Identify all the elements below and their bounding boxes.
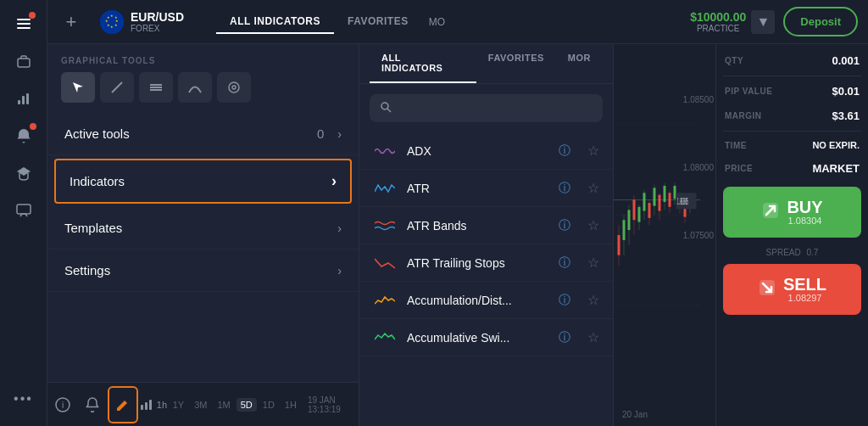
spiral-tool[interactable]: [217, 72, 251, 103]
svg-text:★: ★: [110, 14, 114, 18]
tf-1h[interactable]: 1H: [281, 398, 301, 412]
arc-tool[interactable]: [178, 72, 212, 103]
sell-button[interactable]: SELL 1.08297: [723, 264, 861, 315]
search-bar[interactable]: [370, 94, 603, 122]
tab-more[interactable]: MO: [422, 11, 452, 33]
atr-trailing-star[interactable]: ☆: [587, 255, 599, 271]
svg-rect-28: [149, 400, 152, 410]
atr-info[interactable]: ⓘ: [559, 181, 570, 196]
search-input[interactable]: [398, 102, 593, 115]
lines-tool[interactable]: [139, 72, 173, 103]
menu-item-settings[interactable]: Settings ›: [47, 249, 359, 292]
svg-text:★: ★: [105, 19, 108, 23]
svg-rect-39: [628, 210, 631, 230]
chart-bar-icon[interactable]: [7, 81, 41, 115]
balance-area: $10000.00 PRACTICE ▼: [690, 10, 775, 34]
chart-period[interactable]: 1h: [138, 386, 168, 423]
pip-value: $0.01: [832, 85, 860, 98]
tab-all-indicators[interactable]: ALL INDICATORS: [216, 10, 334, 34]
tf-1m[interactable]: 1M: [213, 398, 234, 412]
adx-name: ADX: [407, 144, 548, 158]
time-value[interactable]: NO EXPIR.: [812, 140, 860, 150]
spread-row: SPREAD 0.7: [723, 246, 861, 259]
balance-dropdown[interactable]: ▼: [751, 10, 775, 34]
sell-price: 1.08297: [788, 293, 822, 303]
indicator-atr-bands[interactable]: ATR Bands ⓘ ☆: [359, 207, 613, 244]
order-panel: QTY 0.001 PIP VALUE $0.01 MARGIN $3.61 T…: [715, 44, 868, 426]
price-value[interactable]: MARKET: [812, 162, 860, 175]
acc-dist-star[interactable]: ☆: [587, 292, 599, 308]
bell-icon[interactable]: [7, 119, 41, 153]
atr-star[interactable]: ☆: [587, 180, 599, 196]
tf-1y[interactable]: 1Y: [169, 398, 188, 412]
indicators-label: Indicators: [70, 174, 125, 188]
line-tool[interactable]: [100, 72, 134, 103]
acc-dist-name: Accumulation/Dist...: [407, 294, 548, 307]
acc-swi-info[interactable]: ⓘ: [559, 330, 570, 345]
indicator-adx[interactable]: ADX ⓘ ☆: [359, 132, 613, 170]
chat-icon[interactable]: [7, 193, 41, 227]
indicator-atr-trailing[interactable]: ATR Trailing Stops ⓘ ☆: [359, 244, 613, 282]
add-button[interactable]: +: [58, 8, 85, 36]
adx-info[interactable]: ⓘ: [559, 143, 570, 159]
time-label: TIME: [725, 141, 747, 150]
indicator-acc-swi[interactable]: Accumulative Swi... ⓘ ☆: [359, 319, 613, 356]
price-label: PRICE: [725, 164, 753, 173]
arrow-tool[interactable]: [61, 72, 95, 103]
qty-value[interactable]: 0.001: [832, 54, 860, 67]
svg-rect-4: [18, 100, 20, 104]
margin-value: $3.61: [832, 109, 860, 122]
indicator-list: ADX ⓘ ☆ ATR ⓘ ☆: [359, 132, 613, 426]
datetime-label: 19 JAN 13:13:19: [301, 395, 359, 414]
tf-3m[interactable]: 3M: [190, 398, 211, 412]
svg-rect-37: [623, 220, 626, 240]
active-tools-arrow: ›: [337, 127, 342, 141]
bell-bottom-icon[interactable]: [77, 386, 107, 423]
asset-selector[interactable]: ★ ★ ★ ★ ★ ★ ★ ★ EUR/USD FOREX: [93, 7, 191, 37]
info-bottom-icon[interactable]: i: [47, 386, 77, 423]
more-dots-icon[interactable]: •••: [7, 382, 41, 416]
margin-label: MARGIN: [725, 111, 762, 121]
svg-line-18: [112, 82, 122, 92]
menu-item-left: Settings: [64, 263, 110, 277]
price-label-low: 1.07500: [683, 231, 714, 240]
tab-favorites[interactable]: FAVORITES: [334, 10, 422, 34]
menu-icon[interactable]: [7, 7, 41, 41]
topbar: + ★ ★ ★ ★ ★ ★ ★ ★ E: [47, 0, 868, 44]
buy-button[interactable]: BUY 1.08304: [723, 187, 861, 238]
tools-active-bottom-icon[interactable]: [108, 386, 138, 423]
ind-tab-favorites[interactable]: FAVORITES: [476, 44, 556, 83]
timeframe-bar: 1Y 3M 1M 5D 1D 1H: [169, 398, 301, 412]
content-row: GRAPHICAL TOOLS: [47, 44, 868, 426]
price-label-high: 1.08500: [683, 95, 714, 104]
svg-text:i: i: [62, 401, 64, 410]
menu-item-active-tools[interactable]: Active tools 0 ›: [47, 113, 359, 155]
indicator-tabs: ALL INDICATORS FAVORITES MO: [199, 10, 682, 34]
deposit-button[interactable]: Deposit: [783, 7, 858, 36]
menu-item-indicators[interactable]: Indicators ›: [54, 159, 352, 204]
acc-swi-star[interactable]: ☆: [587, 329, 599, 345]
atr-trailing-info[interactable]: ⓘ: [559, 255, 570, 271]
ind-tab-all[interactable]: ALL INDICATORS: [370, 44, 476, 83]
adx-star[interactable]: ☆: [587, 143, 599, 159]
sell-text: SELL 1.08297: [783, 276, 826, 303]
asset-type: FOREX: [131, 24, 184, 33]
atr-bands-info[interactable]: ⓘ: [559, 218, 570, 233]
atr-bands-star[interactable]: ☆: [587, 217, 599, 233]
sell-label: SELL: [783, 276, 826, 293]
acc-dist-icon: [373, 294, 397, 307]
graduation-icon[interactable]: [7, 156, 41, 190]
indicators-tabs: ALL INDICATORS FAVORITES MOR: [359, 44, 613, 84]
buy-arrow-icon: [761, 201, 780, 224]
acc-dist-info[interactable]: ⓘ: [559, 293, 570, 308]
ind-tab-more[interactable]: MOR: [556, 44, 603, 83]
svg-rect-27: [145, 402, 147, 410]
indicator-atr[interactable]: ATR ⓘ ☆: [359, 170, 613, 207]
indicator-acc-dist[interactable]: Accumulation/Dist... ⓘ ☆: [359, 282, 613, 319]
menu-item-templates[interactable]: Templates ›: [47, 207, 359, 249]
briefcase-icon[interactable]: [7, 44, 41, 78]
tf-5d[interactable]: 5D: [236, 398, 257, 412]
divider1: [723, 76, 861, 76]
tf-1d[interactable]: 1D: [259, 398, 279, 412]
svg-text:★: ★: [107, 22, 110, 26]
